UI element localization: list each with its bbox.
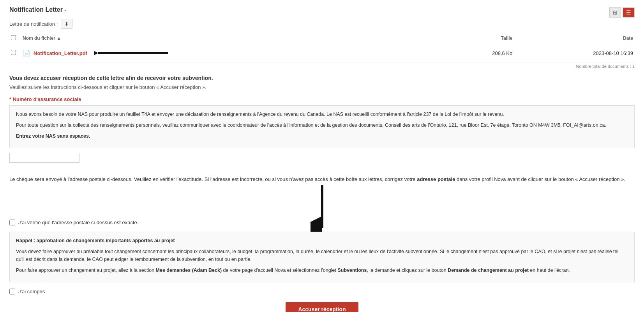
row-checkbox[interactable] — [11, 50, 16, 55]
file-size: 208,6 Ko — [448, 44, 514, 62]
nas-info-para3: Entrez votre NAS sans espaces. — [16, 132, 628, 140]
pdf-icon: 📄 — [23, 50, 30, 57]
nas-label: * Numéro d'assurance sociale — [9, 96, 635, 102]
arrow-down-indicator — [311, 185, 334, 232]
nas-input[interactable] — [9, 153, 79, 163]
select-all-checkbox[interactable] — [11, 35, 16, 40]
download-button[interactable]: ⬇ — [61, 19, 72, 29]
understood-checkbox[interactable] — [9, 289, 15, 294]
arrow-left-indicator — [94, 47, 172, 59]
col-filename: Nom du fichier ▲ — [21, 33, 448, 44]
nas-info-para1: Nous avons besoin de votre NAS pour prod… — [16, 110, 628, 118]
reminder-title: Rappel : approbation de changements impo… — [16, 237, 628, 245]
reminder-bold2: Subventions — [337, 268, 367, 273]
address-note: Le chèque sera envoyé à l'adresse postal… — [9, 176, 635, 184]
understood-checkbox-row: J'ai compris — [9, 289, 635, 294]
accuser-reception-button[interactable]: Accuser réception — [286, 302, 358, 312]
file-table: Nom du fichier ▲ Taille Date 📄 Notificat… — [9, 33, 635, 62]
file-date: 2023-08-10 16:39 — [514, 44, 635, 62]
reminder-para1: Vous devez faire approuver au préalable … — [16, 248, 628, 263]
nas-info-box: Nous avons besoin de votre NAS pour prod… — [9, 105, 635, 148]
instructions-bold: Vous devez accuser réception de cette le… — [9, 75, 635, 81]
reminder-para2: Pour faire approuver un changement au pr… — [16, 266, 628, 274]
col-size: Taille — [448, 33, 514, 44]
instructions-note: Veuillez suivre les instructions ci-dess… — [9, 84, 635, 90]
col-date: Date — [514, 33, 635, 44]
lettre-label: Lettre de notification : — [9, 21, 58, 27]
reminder-bold1: Mes demandes (Adam Beck) — [156, 268, 222, 273]
reminder-box: Rappel : approbation de changements impo… — [9, 232, 635, 282]
total-docs: Nombre total de documents : 1 — [9, 64, 635, 69]
address-bold: adresse postale — [417, 176, 455, 182]
table-row: 📄 Notification_Letter.pdf — [9, 44, 635, 62]
understood-label: J'ai compris — [18, 289, 45, 294]
file-link[interactable]: Notification_Letter.pdf — [34, 50, 87, 56]
list-view-button[interactable]: ☰ — [623, 7, 635, 18]
grid-view-button[interactable]: ⊞ — [609, 7, 621, 18]
address-checkbox-label: J'ai vérifié que l'adresse postale ci-de… — [18, 220, 138, 225]
page-title: Notification Letter - — [9, 6, 67, 13]
reminder-bold3: Demande de changement au projet — [448, 268, 529, 273]
nas-info-para2: Pour toute question sur la collecte des … — [16, 121, 628, 129]
address-verified-checkbox[interactable] — [9, 220, 15, 225]
